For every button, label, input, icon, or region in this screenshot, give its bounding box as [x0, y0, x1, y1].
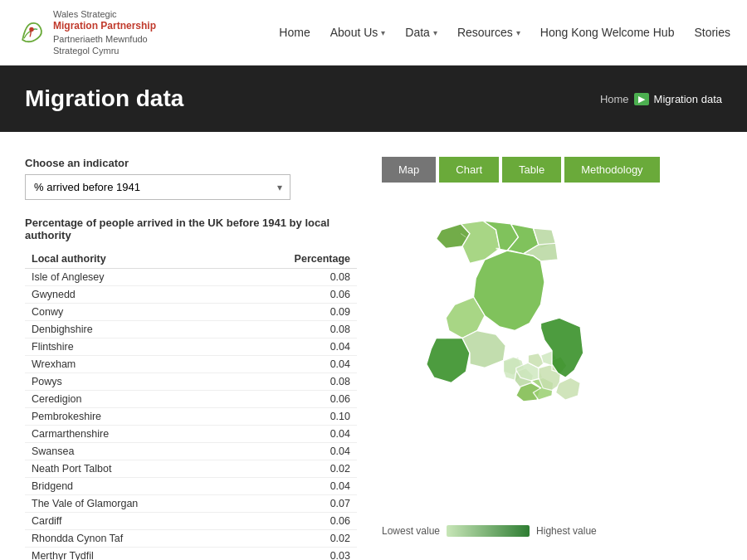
breadcrumb-current: Migration data	[654, 93, 722, 105]
area-name: Conwy	[25, 304, 235, 321]
area-value: 0.04	[235, 426, 357, 443]
area-name: Flintshire	[25, 338, 235, 356]
map-legend: Lowest value Highest value	[382, 525, 647, 537]
table-row: Denbighshire0.08	[25, 321, 357, 338]
breadcrumb-separator: ▶	[634, 93, 649, 105]
page-title: Migration data	[25, 85, 183, 112]
table-row: Carmarthenshire0.04	[25, 426, 357, 443]
area-value: 0.07	[235, 495, 357, 513]
main-content: Choose an indicator % arrived before 194…	[0, 132, 747, 560]
area-value: 0.02	[235, 460, 357, 478]
area-value: 0.09	[235, 304, 357, 321]
table-row: Powys0.08	[25, 373, 357, 391]
area-value: 0.02	[235, 530, 357, 548]
wales-map	[382, 207, 647, 506]
nav-data[interactable]: Data ▾	[405, 26, 437, 39]
area-name: Pembrokeshire	[25, 408, 235, 426]
about-chevron-icon: ▾	[381, 28, 385, 37]
indicator-select[interactable]: % arrived before 1941	[25, 174, 290, 200]
main-nav: Home About Us ▾ Data ▾ Resources ▾ Hong …	[279, 26, 730, 39]
site-header: Wales Strategic Migration Partnership Pa…	[0, 0, 747, 66]
table-row: Pembrokeshire0.10	[25, 408, 357, 426]
table-row: Swansea0.04	[25, 443, 357, 460]
area-name: Ceredigion	[25, 391, 235, 408]
legend-gradient-bar	[447, 525, 530, 537]
svg-marker-9	[427, 338, 470, 383]
area-value: 0.10	[235, 408, 357, 426]
tab-methodology[interactable]: Methodology	[564, 157, 659, 183]
area-value: 0.04	[235, 356, 357, 373]
area-name: Neath Port Talbot	[25, 460, 235, 478]
map-container: Lowest value Highest value	[382, 207, 647, 537]
legend-highest-label: Highest value	[536, 525, 597, 537]
svg-marker-10	[462, 331, 505, 368]
area-name: Powys	[25, 373, 235, 391]
nav-resources[interactable]: Resources ▾	[457, 26, 520, 39]
table-row: Ceredigion0.06	[25, 391, 357, 408]
indicator-section: Choose an indicator % arrived before 194…	[25, 157, 357, 200]
table-row: Rhondda Cynon Taf0.02	[25, 530, 357, 548]
col-percentage: Percentage	[235, 250, 357, 269]
area-value: 0.03	[235, 548, 357, 560]
table-row: Conwy0.09	[25, 304, 357, 321]
tab-bar: Map Chart Table Methodology	[382, 157, 660, 183]
area-value: 0.06	[235, 513, 357, 530]
tab-chart[interactable]: Chart	[439, 157, 499, 183]
area-name: Bridgend	[25, 478, 235, 495]
area-value: 0.06	[235, 286, 357, 304]
table-row: Flintshire0.04	[25, 338, 357, 356]
logo: Wales Strategic Migration Partnership Pa…	[17, 8, 156, 56]
breadcrumb-home[interactable]: Home	[600, 93, 629, 105]
logo-text: Wales Strategic Migration Partnership Pa…	[53, 8, 156, 56]
table-row: The Vale of Glamorgan0.07	[25, 495, 357, 513]
area-name: Rhondda Cynon Taf	[25, 530, 235, 548]
tab-table[interactable]: Table	[502, 157, 561, 183]
area-value: 0.08	[235, 321, 357, 338]
area-value: 0.04	[235, 478, 357, 495]
area-name: Swansea	[25, 443, 235, 460]
col-local-authority: Local authority	[25, 250, 235, 269]
indicator-label: Choose an indicator	[25, 157, 357, 169]
legend-lowest-label: Lowest value	[382, 525, 440, 537]
data-table: Local authority Percentage Isle of Angle…	[25, 250, 357, 560]
area-value: 0.04	[235, 338, 357, 356]
left-panel: Choose an indicator % arrived before 194…	[25, 157, 357, 560]
area-name: The Vale of Glamorgan	[25, 495, 235, 513]
nav-hk[interactable]: Hong Kong Welcome Hub	[540, 26, 675, 39]
area-name: Cardiff	[25, 513, 235, 530]
tab-map[interactable]: Map	[382, 157, 436, 183]
right-panel: Map Chart Table Methodology	[382, 157, 722, 560]
nav-about[interactable]: About Us ▾	[330, 26, 386, 39]
resources-chevron-icon: ▾	[516, 28, 520, 37]
table-row: Gwynedd0.06	[25, 286, 357, 304]
area-value: 0.04	[235, 443, 357, 460]
area-name: Wrexham	[25, 356, 235, 373]
table-row: Merthyr Tydfil0.03	[25, 548, 357, 560]
table-row: Wrexham0.04	[25, 356, 357, 373]
breadcrumb: Home ▶ Migration data	[600, 93, 722, 105]
area-value: 0.08	[235, 269, 357, 286]
area-name: Gwynedd	[25, 286, 235, 304]
indicator-select-wrapper: % arrived before 1941 ▾	[25, 174, 290, 200]
area-name: Isle of Anglesey	[25, 269, 235, 286]
nav-home[interactable]: Home	[279, 26, 310, 39]
area-name: Denbighshire	[25, 321, 235, 338]
area-name: Carmarthenshire	[25, 426, 235, 443]
area-name: Merthyr Tydfil	[25, 548, 235, 560]
table-title: Percentage of people arrived in the UK b…	[25, 217, 357, 241]
table-row: Neath Port Talbot0.02	[25, 460, 357, 478]
area-value: 0.08	[235, 373, 357, 391]
table-row: Isle of Anglesey0.08	[25, 269, 357, 286]
svg-marker-7	[474, 251, 545, 331]
hero-banner: Migration data Home ▶ Migration data	[0, 66, 747, 132]
table-row: Cardiff0.06	[25, 513, 357, 530]
logo-icon	[17, 17, 46, 47]
area-value: 0.06	[235, 391, 357, 408]
data-chevron-icon: ▾	[433, 28, 437, 37]
table-row: Bridgend0.04	[25, 478, 357, 495]
nav-stories[interactable]: Stories	[694, 26, 730, 39]
